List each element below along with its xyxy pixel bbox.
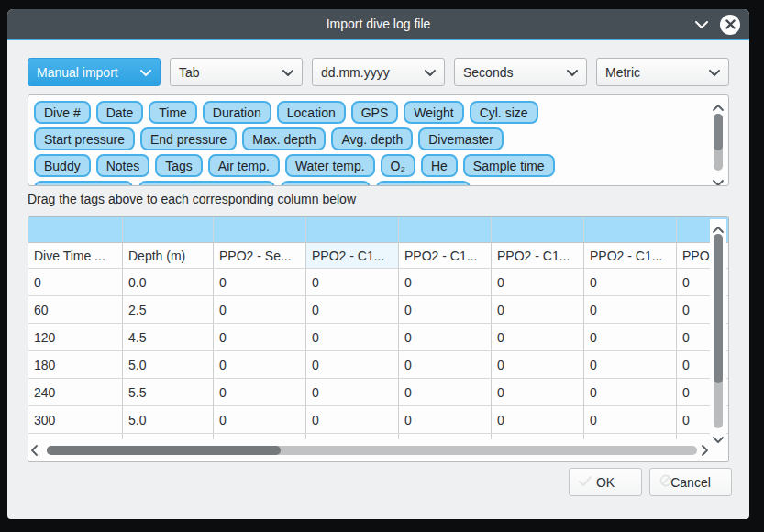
- table-cell: 60: [28, 296, 123, 323]
- tag-gps[interactable]: GPS: [351, 101, 399, 124]
- tag-dive-number[interactable]: Dive #: [34, 101, 91, 124]
- checkmark-icon: [579, 475, 592, 490]
- table-row: 120 4.5 0 0 0 0 0 0: [28, 324, 729, 351]
- table-cell: 0: [399, 324, 492, 350]
- tag-drop-cell[interactable]: [306, 217, 399, 242]
- scroll-left-icon[interactable]: [30, 444, 43, 457]
- tag-divemaster[interactable]: Divemaster: [418, 127, 504, 150]
- tag-sample-time[interactable]: Sample time: [463, 154, 555, 177]
- table-cell: 0: [306, 379, 399, 405]
- tag-start-pressure[interactable]: Start pressure: [34, 127, 135, 150]
- tag-sample-depth[interactable]: Sample depth: [34, 181, 133, 186]
- scroll-right-icon[interactable]: [701, 444, 714, 457]
- cancel-circle-icon: [659, 474, 672, 490]
- chevron-down-icon: [709, 65, 720, 80]
- scroll-up-icon[interactable]: [712, 221, 725, 230]
- tag-buddy[interactable]: Buddy: [34, 154, 91, 177]
- chevron-down-icon: [425, 65, 436, 80]
- cancel-button[interactable]: Cancel: [649, 468, 732, 496]
- table-cell: 2.5: [123, 296, 214, 323]
- tag-drop-row: [28, 217, 729, 243]
- table-cell: 0: [492, 406, 584, 433]
- tag-date[interactable]: Date: [96, 101, 144, 124]
- tag-row: Sample depth Sample temperature Sample p…: [34, 181, 471, 186]
- tag-drop-cell[interactable]: [123, 217, 214, 242]
- table-cell: 0: [306, 269, 399, 295]
- scrollbar-track[interactable]: [714, 114, 723, 171]
- tag-avg-depth[interactable]: Avg. depth: [331, 127, 413, 150]
- table-cell: 240: [28, 379, 123, 405]
- tag-o2[interactable]: O₂: [381, 154, 415, 177]
- tag-duration[interactable]: Duration: [203, 101, 271, 124]
- column-header: Dive Time ...: [28, 243, 123, 268]
- tags-vertical-scrollbar[interactable]: [711, 99, 725, 183]
- table-horizontal-scrollbar[interactable]: [30, 442, 714, 459]
- window-title: Import dive log file: [327, 17, 431, 31]
- scroll-up-icon[interactable]: [712, 99, 725, 108]
- tag-end-pressure[interactable]: End pressure: [140, 127, 237, 150]
- titlebar: Import dive log file: [7, 9, 749, 40]
- table-vertical-scrollbar[interactable]: [710, 219, 726, 443]
- close-button[interactable]: [720, 15, 740, 35]
- scrollbar-track[interactable]: [47, 446, 697, 455]
- table-cell: 300: [28, 406, 123, 433]
- tag-weight[interactable]: Weight: [404, 101, 463, 124]
- scroll-down-icon[interactable]: [712, 431, 725, 440]
- table-cell: 0: [28, 269, 123, 295]
- scrollbar-track[interactable]: [714, 234, 723, 428]
- duration-format-dropdown[interactable]: Seconds: [454, 58, 587, 86]
- tag-row: Buddy Notes Tags Air temp. Water temp. O…: [34, 154, 555, 177]
- tag-notes[interactable]: Notes: [96, 154, 150, 177]
- tag-row: Dive # Date Time Duration Location GPS W…: [34, 101, 538, 124]
- shade-button[interactable]: [694, 17, 709, 32]
- table-cell: 0: [306, 296, 399, 323]
- tag-drop-cell[interactable]: [584, 217, 677, 242]
- tag-row: Start pressure End pressure Max. depth A…: [34, 127, 504, 150]
- table-cell: 0: [214, 379, 306, 405]
- units-dropdown[interactable]: Metric: [596, 58, 729, 86]
- tag-time[interactable]: Time: [149, 101, 197, 124]
- table-cell: 5.0: [123, 351, 214, 378]
- table-cell: 0: [399, 379, 492, 405]
- tag-max-depth[interactable]: Max. depth: [242, 127, 326, 150]
- tag-cyl-size[interactable]: Cyl. size: [470, 101, 538, 124]
- table-row: 240 5.5 0 0 0 0 0 0: [28, 379, 729, 406]
- table-cell: 0: [214, 269, 306, 295]
- tag-sample-po2[interactable]: Sample pO₂: [281, 181, 370, 186]
- column-header: PPO2 - C1...: [306, 243, 399, 268]
- chevron-down-icon: [567, 65, 578, 80]
- tag-sample-temperature[interactable]: Sample temperature: [138, 181, 275, 186]
- tag-location[interactable]: Location: [277, 101, 346, 124]
- import-preview-table: Dive Time ... Depth (m) PPO2 - Se... PPO…: [28, 216, 729, 462]
- table-cell: 0: [584, 406, 677, 433]
- table-row: 60 2.5 0 0 0 0 0 0: [28, 296, 729, 324]
- separator-dropdown[interactable]: Tab: [170, 58, 303, 86]
- scroll-down-icon[interactable]: [712, 174, 725, 183]
- table-row-partial: [28, 434, 729, 439]
- table-header-row: Dive Time ... Depth (m) PPO2 - Se... PPO…: [28, 243, 729, 269]
- tag-drop-cell[interactable]: [492, 217, 584, 242]
- chevron-down-icon: [695, 17, 708, 33]
- tag-he[interactable]: He: [421, 154, 458, 177]
- tag-sample-cns[interactable]: Sample CNS: [376, 181, 471, 186]
- scrollbar-thumb[interactable]: [47, 446, 281, 455]
- tag-tags[interactable]: Tags: [155, 154, 203, 177]
- column-header: PPO2 - C1...: [584, 243, 677, 268]
- ok-button[interactable]: OK: [569, 468, 642, 496]
- tag-water-temp[interactable]: Water temp.: [285, 154, 375, 177]
- tag-drop-cell[interactable]: [399, 217, 492, 242]
- scrollbar-thumb[interactable]: [714, 114, 723, 150]
- tag-drop-cell[interactable]: [28, 217, 123, 242]
- tag-air-temp[interactable]: Air temp.: [208, 154, 280, 177]
- table-cell: 0: [584, 351, 677, 378]
- table-cell: 0: [584, 379, 677, 405]
- tag-drop-cell[interactable]: [214, 217, 306, 242]
- import-type-dropdown[interactable]: Manual import: [28, 58, 161, 86]
- table-cell: 5.0: [123, 406, 214, 433]
- table-cell: 0: [214, 406, 306, 433]
- table-cell: 5.5: [123, 379, 214, 405]
- chevron-down-icon: [140, 65, 151, 80]
- date-format-dropdown[interactable]: dd.mm.yyyy: [312, 58, 445, 86]
- scrollbar-thumb[interactable]: [714, 234, 723, 383]
- table-cell: 0: [584, 269, 677, 295]
